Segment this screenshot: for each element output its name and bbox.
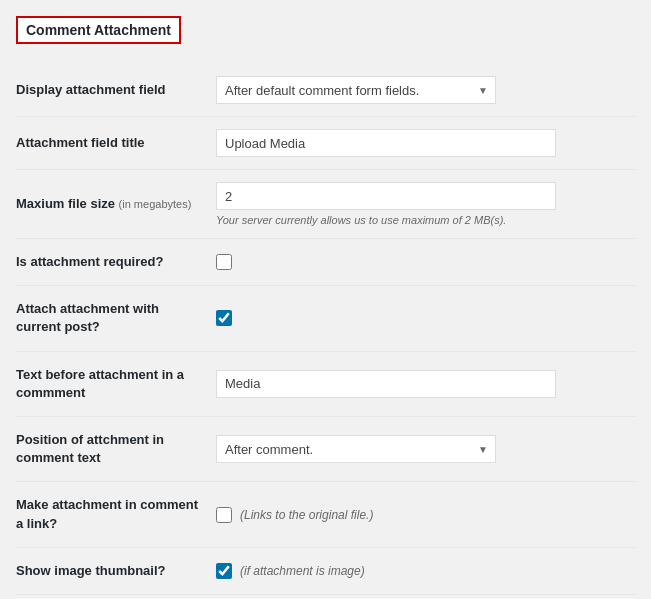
text-input-max_file_size[interactable] <box>216 182 556 210</box>
checkbox-hint-show_image_thumbnail: (if attachment is image) <box>240 564 365 578</box>
page-title: Comment Attachment <box>16 16 181 44</box>
settings-row-max_file_size: Maxium file size (in megabytes)Your serv… <box>16 170 635 239</box>
field-input-cell-display_attachment_field: After default comment form fields.Before… <box>216 64 635 117</box>
checkbox-show_image_thumbnail[interactable] <box>216 563 232 579</box>
checkbox-wrapper-show_image_thumbnail: (if attachment is image) <box>216 563 635 579</box>
field-label-position_of_attachment: Position of attchment in comment text <box>16 416 216 481</box>
checkbox-wrapper-attach_with_post <box>216 310 635 326</box>
field-input-cell-attach_with_post <box>216 286 635 351</box>
settings-row-make_attachment_link: Make attachment in comment a link?(Links… <box>16 482 635 547</box>
field-input-cell-text_before_attachment <box>216 351 635 416</box>
select-wrapper-position_of_attachment: After comment.Before comment.Custom▼ <box>216 435 496 463</box>
text-input-text_before_attachment[interactable] <box>216 370 556 398</box>
field-input-cell-max_file_size: Your server currently allows us to use m… <box>216 170 635 239</box>
field-input-cell-make_attachment_link: (Links to the original file.) <box>216 482 635 547</box>
field-label-text_before_attachment: Text before attachment in a commment <box>16 351 216 416</box>
checkbox-attach_with_post[interactable] <box>216 310 232 326</box>
field-input-cell-is_attachment_required <box>216 239 635 286</box>
text-input-attachment_field_title[interactable] <box>216 129 556 157</box>
field-label-attach_with_post: Attach attachment with current post? <box>16 286 216 351</box>
settings-row-image_attachment_size: Image attachment size in commentMediumTh… <box>16 594 635 599</box>
field-label-image_attachment_size: Image attachment size in comment <box>16 594 216 599</box>
checkbox-make_attachment_link[interactable] <box>216 507 232 523</box>
settings-row-attachment_field_title: Attachment field title <box>16 117 635 170</box>
select-wrapper-display_attachment_field: After default comment form fields.Before… <box>216 76 496 104</box>
checkbox-wrapper-make_attachment_link: (Links to the original file.) <box>216 507 635 523</box>
field-input-cell-image_attachment_size: MediumThumbnailLargeFull Size▼(if thumbn… <box>216 594 635 599</box>
field-label-max_file_size: Maxium file size (in megabytes) <box>16 170 216 239</box>
field-label-make_attachment_link: Make attachment in comment a link? <box>16 482 216 547</box>
settings-row-show_image_thumbnail: Show image thumbnail?(if attachment is i… <box>16 547 635 594</box>
field-label-attachment_field_title: Attachment field title <box>16 117 216 170</box>
field-label-is_attachment_required: Is attachment required? <box>16 239 216 286</box>
field-input-cell-show_image_thumbnail: (if attachment is image) <box>216 547 635 594</box>
settings-row-attach_with_post: Attach attachment with current post? <box>16 286 635 351</box>
settings-table: Display attachment fieldAfter default co… <box>16 64 635 599</box>
field-input-cell-attachment_field_title <box>216 117 635 170</box>
checkbox-wrapper-is_attachment_required <box>216 254 635 270</box>
checkbox-is_attachment_required[interactable] <box>216 254 232 270</box>
checkbox-hint-make_attachment_link: (Links to the original file.) <box>240 508 373 522</box>
settings-row-is_attachment_required: Is attachment required? <box>16 239 635 286</box>
field-input-cell-position_of_attachment: After comment.Before comment.Custom▼ <box>216 416 635 481</box>
settings-row-text_before_attachment: Text before attachment in a commment <box>16 351 635 416</box>
select-display_attachment_field[interactable]: After default comment form fields.Before… <box>216 76 496 104</box>
hint-max_file_size: Your server currently allows us to use m… <box>216 214 635 226</box>
settings-row-position_of_attachment: Position of attchment in comment textAft… <box>16 416 635 481</box>
settings-row-display_attachment_field: Display attachment fieldAfter default co… <box>16 64 635 117</box>
field-label-display_attachment_field: Display attachment field <box>16 64 216 117</box>
select-position_of_attachment[interactable]: After comment.Before comment.Custom <box>216 435 496 463</box>
field-label-show_image_thumbnail: Show image thumbnail? <box>16 547 216 594</box>
